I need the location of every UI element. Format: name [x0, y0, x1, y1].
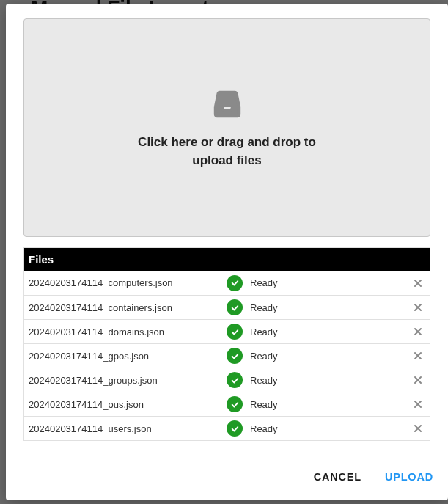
remove-file-button[interactable] [411, 324, 425, 339]
cancel-button[interactable]: CANCEL [312, 467, 363, 487]
check-circle-icon [227, 372, 243, 388]
file-status: Ready [227, 348, 411, 364]
files-table: Files 20240203174114_computers.jsonReady… [23, 247, 430, 441]
upload-dropzone[interactable]: Click here or drag and drop to upload fi… [23, 18, 430, 237]
upload-button[interactable]: UPLOAD [383, 467, 435, 487]
check-circle-icon [227, 420, 243, 437]
check-circle-icon [227, 348, 243, 364]
table-row: 20240203174114_groups.jsonReady [24, 368, 430, 392]
remove-file-button[interactable] [411, 300, 425, 315]
table-row: 20240203174114_gpos.jsonReady [24, 343, 430, 368]
file-status: Ready [227, 420, 411, 437]
table-row: 20240203174114_users.jsonReady [24, 416, 430, 440]
table-row: 20240203174114_ous.jsonReady [24, 392, 430, 416]
file-name: 20240203174114_gpos.json [29, 351, 227, 362]
inbox-icon [210, 85, 245, 117]
check-circle-icon [227, 396, 243, 412]
check-circle-icon [227, 324, 243, 340]
check-circle-icon [227, 275, 243, 291]
dropzone-instruction-text: Click here or drag and drop to upload fi… [132, 134, 323, 169]
table-row: 20240203174114_domains.jsonReady [24, 319, 430, 343]
file-name: 20240203174114_users.json [29, 423, 227, 434]
remove-file-button[interactable] [411, 397, 425, 412]
file-name: 20240203174114_containers.json [29, 302, 227, 313]
file-status-label: Ready [250, 277, 278, 288]
table-row: 20240203174114_computers.jsonReady [24, 271, 430, 295]
file-name: 20240203174114_computers.json [29, 277, 227, 288]
files-table-header: Files [24, 248, 430, 271]
remove-file-button[interactable] [411, 421, 425, 436]
remove-file-button[interactable] [411, 348, 425, 363]
file-status: Ready [227, 299, 411, 315]
file-status: Ready [227, 396, 411, 412]
file-status: Ready [227, 372, 411, 388]
remove-file-button[interactable] [411, 373, 425, 387]
file-status-label: Ready [250, 351, 278, 362]
file-status-label: Ready [250, 375, 278, 386]
file-status-label: Ready [250, 326, 278, 337]
file-status: Ready [227, 324, 411, 340]
table-row: 20240203174114_containers.jsonReady [24, 295, 430, 319]
file-name: 20240203174114_ous.json [29, 399, 227, 410]
file-status: Ready [227, 275, 411, 291]
file-ingest-dialog: Click here or drag and drop to upload fi… [6, 4, 448, 500]
dialog-body: Click here or drag and drop to upload fi… [6, 4, 448, 456]
file-status-label: Ready [250, 302, 278, 313]
dialog-actions: CANCEL UPLOAD [6, 456, 448, 500]
file-name: 20240203174114_groups.json [29, 375, 227, 386]
file-name: 20240203174114_domains.json [29, 326, 227, 337]
check-circle-icon [227, 299, 243, 315]
file-status-label: Ready [250, 423, 278, 434]
remove-file-button[interactable] [411, 276, 425, 291]
file-status-label: Ready [250, 399, 278, 410]
